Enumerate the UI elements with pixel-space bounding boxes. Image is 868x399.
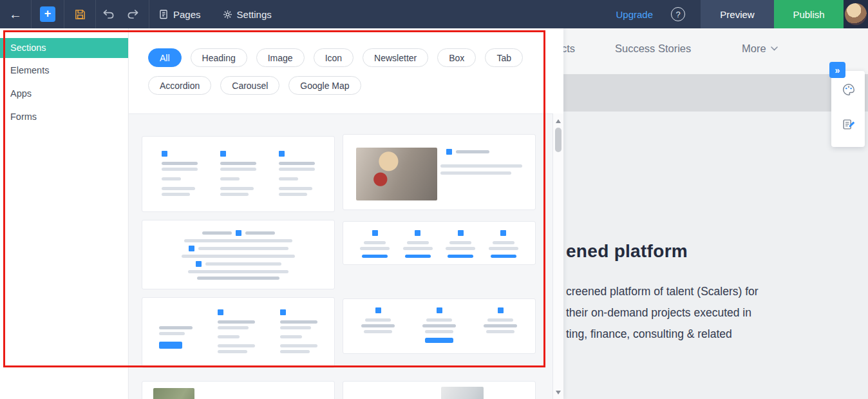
site-nav-item-success-stories[interactable]: Success Stories — [615, 43, 718, 55]
placeholder-square — [279, 151, 285, 157]
placeholder-square — [196, 261, 202, 267]
editor-window: cts Success Stories More ened platform c… — [0, 0, 868, 399]
redo-icon — [127, 9, 139, 19]
template-card-image-right[interactable] — [343, 381, 536, 399]
collapse-toolbar-button[interactable]: » — [829, 62, 845, 78]
help-button[interactable]: ? — [671, 7, 685, 21]
filter-chip-tab[interactable]: Tab — [485, 48, 523, 67]
placeholder-column — [159, 326, 193, 349]
site-paragraph-line: creened platform of talent (Scalers) for — [566, 281, 759, 302]
placeholder-square — [189, 246, 194, 251]
scroll-up-arrow-icon[interactable] — [556, 119, 561, 123]
account-menu[interactable] — [844, 0, 868, 28]
pages-icon — [160, 10, 169, 19]
filter-chip-all[interactable]: All — [148, 48, 182, 67]
preview-button[interactable]: Preview — [701, 0, 774, 28]
gear-icon — [223, 10, 232, 19]
editor-topbar: ← + Pages Settings Upgrade ? Preview Pub… — [0, 0, 868, 28]
site-paragraph-line: their on-demand projects executed in — [566, 302, 759, 324]
placeholder-line — [440, 171, 511, 175]
placeholder-column — [218, 309, 255, 353]
site-heading: ened platform — [566, 241, 688, 262]
editor-sidebar: Sections Elements Apps Forms — [0, 28, 129, 399]
placeholder-column — [484, 307, 517, 333]
sidebar-item-apps[interactable]: Apps — [0, 83, 128, 104]
filter-chip-carousel[interactable]: Carousel — [220, 76, 279, 95]
site-nav-item-more[interactable]: More — [742, 43, 778, 55]
settings-label: Settings — [237, 9, 272, 20]
undo-button[interactable] — [96, 0, 120, 28]
template-grid — [129, 113, 552, 399]
topbar-divider — [149, 0, 149, 28]
filter-chip-accordion[interactable]: Accordion — [148, 76, 211, 95]
design-palette-icon[interactable] — [842, 83, 856, 97]
publish-button[interactable]: Publish — [774, 0, 844, 28]
placeholder-column — [279, 151, 315, 196]
site-paragraph-line: ting, finance, consulting & related — [566, 324, 759, 345]
template-card-image-text[interactable] — [343, 134, 536, 210]
template-card-text-button-columns[interactable] — [142, 297, 335, 368]
placeholder-square — [236, 230, 241, 236]
template-card-four-features[interactable] — [343, 221, 536, 265]
question-mark-icon: ? — [675, 10, 680, 19]
placeholder-column — [403, 230, 433, 258]
pages-label: Pages — [173, 9, 201, 20]
sections-panel: All Heading Image Icon Newsletter Box Ta… — [129, 28, 563, 399]
save-button[interactable] — [64, 0, 95, 28]
scrollbar-thumb[interactable] — [555, 128, 561, 152]
edit-content-icon[interactable] — [842, 117, 856, 131]
placeholder-column — [489, 230, 518, 258]
chevron-down-icon — [771, 46, 778, 51]
placeholder-square — [162, 151, 167, 157]
filter-chip-image[interactable]: Image — [256, 48, 305, 67]
placeholder-line — [197, 277, 279, 280]
site-nav-item-products[interactable]: cts — [561, 43, 575, 55]
site-hero-band — [563, 74, 868, 112]
undo-icon — [102, 9, 115, 19]
filter-chip-list: All Heading Image Icon Newsletter Box Ta… — [148, 48, 534, 95]
filter-chip-heading[interactable]: Heading — [191, 48, 247, 67]
template-card-centered-text[interactable] — [142, 220, 335, 289]
save-floppy-icon — [74, 8, 86, 21]
placeholder-column — [220, 151, 256, 196]
site-paragraph: creened platform of talent (Scalers) for… — [566, 281, 759, 345]
upgrade-link[interactable]: Upgrade — [616, 9, 653, 20]
redo-button[interactable] — [120, 0, 145, 28]
filter-chip-box[interactable]: Box — [437, 48, 476, 67]
sidebar-item-sections[interactable]: Sections — [0, 38, 128, 58]
placeholder-column — [360, 230, 390, 258]
site-preview: cts Success Stories More ened platform c… — [563, 28, 868, 399]
placeholder-square — [446, 149, 452, 155]
placeholder-column — [361, 307, 395, 333]
panel-scrollbar[interactable] — [552, 113, 563, 399]
pages-button[interactable]: Pages — [160, 0, 201, 28]
placeholder-line — [188, 270, 288, 273]
avatar — [845, 3, 867, 25]
back-button[interactable]: ← — [0, 0, 31, 28]
placeholder-column — [162, 151, 198, 196]
placeholder-line — [184, 239, 292, 242]
placeholder-column — [422, 307, 456, 343]
placeholder-column — [280, 309, 317, 353]
template-card-three-columns[interactable] — [142, 136, 335, 212]
sidebar-item-forms[interactable]: Forms — [0, 106, 128, 128]
placeholder-button — [159, 342, 182, 349]
plus-icon: + — [40, 6, 55, 22]
settings-button[interactable]: Settings — [223, 0, 272, 28]
scroll-down-arrow-icon[interactable] — [556, 391, 561, 394]
template-card-image-left[interactable] — [142, 381, 335, 399]
filter-chip-icon[interactable]: Icon — [314, 48, 354, 67]
filter-chip-newsletter[interactable]: Newsletter — [363, 48, 428, 67]
template-photo — [153, 388, 194, 399]
site-nav-more-label: More — [742, 43, 766, 55]
placeholder-square — [280, 309, 286, 315]
template-photo — [441, 387, 484, 399]
template-card-three-features-button[interactable] — [343, 298, 536, 354]
add-element-button[interactable]: + — [32, 0, 64, 28]
topbar-right-group: Upgrade ? Preview Publish — [616, 0, 868, 28]
filter-chip-google-map[interactable]: Google Map — [288, 76, 361, 95]
placeholder-column — [446, 230, 475, 258]
placeholder-button — [425, 338, 453, 343]
template-photo — [356, 148, 437, 200]
sidebar-item-elements[interactable]: Elements — [0, 59, 128, 81]
